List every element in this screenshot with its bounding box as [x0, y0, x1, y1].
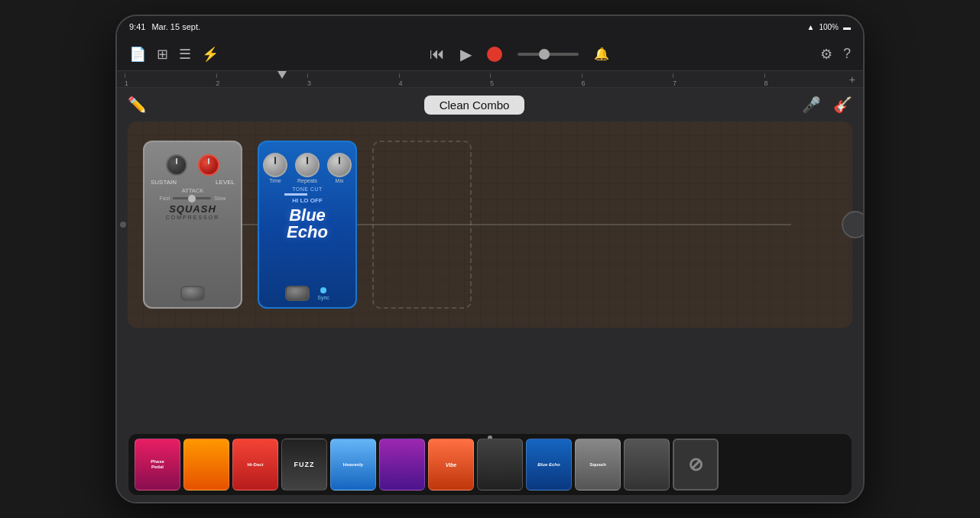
play-button[interactable]: ▶ [460, 45, 472, 63]
slow-label: Slow [214, 196, 226, 201]
amp-icon[interactable]: 🎸 [833, 96, 852, 114]
ruler-mark-3: 3 [307, 73, 399, 87]
ruler-mark-1: 1 [125, 73, 216, 87]
help-icon[interactable]: ? [843, 46, 851, 62]
attack-label: ATTACK [182, 187, 203, 194]
sync-dot [320, 287, 326, 293]
battery-display: 100% [819, 23, 839, 31]
hi-dact-label: Hi-Dact [247, 462, 263, 467]
mix-knob[interactable] [327, 153, 352, 177]
pedal-thumb-phase[interactable]: PhasePedal [135, 439, 180, 490]
pedal-thumb-amp-sm[interactable] [624, 439, 670, 490]
ruler-mark-6: 6 [582, 73, 673, 87]
sustain-label: SUSTAIN [151, 179, 177, 186]
ipad-frame: 9:41 Mar. 15 sept. ▲ 100% ▬ 📄 ⊞ ☰ ⚡ ⏮ ▶ … [115, 15, 865, 503]
rewind-button[interactable]: ⏮ [430, 45, 445, 63]
new-document-icon[interactable]: 📄 [129, 46, 146, 63]
amp-topbar: ✏️ Clean Combo 🎤 🎸 [117, 88, 863, 121]
squash-label-row: SUSTAIN LEVEL [151, 179, 235, 186]
pedal-thumb-blue-echo-sm[interactable]: Blue Echo [526, 439, 572, 490]
empty-slot-1[interactable] [372, 141, 472, 309]
amp-topbar-right: 🎤 🎸 [802, 96, 852, 114]
toolbar: 📄 ⊞ ☰ ⚡ ⏮ ▶ 🔔 ⚙ ? [117, 37, 863, 71]
mix-knob-col: Mix [327, 153, 352, 183]
level-knob-marker [208, 158, 209, 164]
mix-label: Mix [336, 178, 344, 183]
pedal-thumb-heaven[interactable]: Heavenly [330, 439, 376, 490]
pedal-thumb-purple[interactable] [379, 439, 425, 490]
volume-thumb [539, 49, 550, 60]
ruler-mark-5: 5 [490, 73, 582, 87]
phase-label: PhasePedal [151, 459, 164, 470]
main-content: ✏️ Clean Combo 🎤 🎸 [117, 88, 863, 502]
blue-echo-name: BlueEcho [287, 207, 328, 241]
volume-slider[interactable] [518, 53, 579, 56]
record-button[interactable] [487, 47, 502, 62]
tracks-icon[interactable]: ⊞ [157, 46, 168, 63]
ruler-mark-7: 7 [673, 73, 764, 87]
mic-icon[interactable]: 🎤 [802, 96, 821, 114]
eq-icon[interactable]: ⚡ [202, 46, 219, 63]
pedal-thumb-vibe[interactable]: Vibe [428, 439, 474, 490]
level-label: LEVEL [216, 179, 235, 186]
toolbar-center: ⏮ ▶ 🔔 [430, 45, 609, 63]
repeats-knob-marker [307, 157, 308, 164]
toolbar-left: 📄 ⊞ ☰ ⚡ [129, 46, 219, 63]
pedal-browser: PhasePedal Hi-Dact FUZZ Heavenly [128, 433, 852, 496]
blue-echo-pedal[interactable]: Time Repeats Mix [258, 141, 357, 309]
sync-label: Sync [317, 295, 329, 300]
pedal-thumb-hi-dact[interactable]: Hi-Dact [232, 439, 278, 490]
squash-pedal[interactable]: SUSTAIN LEVEL ATTACK Fast Slow SQUASH CO… [143, 141, 242, 309]
date-display: Mar. 15 sept. [151, 22, 200, 31]
pedal-thumb-fuzz[interactable]: FUZZ [281, 439, 327, 490]
side-dot [120, 222, 126, 228]
squash-name: SQUASH [169, 204, 216, 215]
echo-footswitch[interactable] [285, 286, 310, 301]
ruler: 1 2 3 4 5 6 7 8 + [117, 71, 863, 88]
pedalboard: SUSTAIN LEVEL ATTACK Fast Slow SQUASH CO… [128, 121, 852, 328]
attack-thumb [188, 195, 196, 202]
repeats-knob-col: Repeats [295, 153, 320, 183]
toolbar-right: ⚙ ? [820, 46, 851, 63]
ruler-marks: 1 2 3 4 5 6 7 8 [125, 71, 855, 87]
repeats-label: Repeats [297, 178, 317, 183]
battery-icon: ▬ [843, 23, 851, 31]
tone-cut-label: TONE CUT [292, 186, 323, 192]
squash-footswitch[interactable] [180, 286, 205, 301]
level-knob[interactable] [198, 154, 219, 176]
ruler-mark-8: 8 [764, 73, 856, 87]
wifi-icon: ▲ [807, 23, 815, 31]
sustain-knob[interactable] [166, 154, 187, 176]
time-knob-marker [274, 157, 276, 164]
status-right: ▲ 100% ▬ [807, 23, 851, 31]
repeats-knob[interactable] [295, 153, 320, 177]
pedal-thumb-pedalboard2[interactable] [183, 439, 229, 490]
pedal-thumb-squash-sm[interactable]: Squash [575, 439, 621, 490]
fuzz-label: FUZZ [294, 461, 315, 468]
blue-echo-sm-label: Blue Echo [537, 462, 560, 467]
amp-area: ✏️ Clean Combo 🎤 🎸 [117, 88, 863, 502]
squash-knobs [166, 154, 219, 176]
preset-button[interactable]: Clean Combo [424, 96, 525, 115]
mix-knob-marker [339, 157, 340, 164]
pedal-thumb-none[interactable]: ⊘ [673, 439, 719, 490]
attack-slider[interactable]: Fast Slow [160, 196, 226, 201]
attack-track [173, 197, 211, 199]
fast-label: Fast [160, 196, 170, 201]
status-left: 9:41 Mar. 15 sept. [129, 22, 200, 31]
time-knob-col: Time [263, 153, 287, 183]
time-knob[interactable] [263, 153, 287, 177]
pencil-icon[interactable]: ✏️ [128, 96, 147, 114]
add-track-button[interactable]: + [849, 73, 855, 86]
vibe-label: Vibe [446, 462, 457, 468]
status-bar: 9:41 Mar. 15 sept. ▲ 100% ▬ [117, 16, 863, 37]
pedal-thumb-multi[interactable] [477, 439, 523, 490]
sync-indicator: Sync [317, 287, 329, 300]
ruler-mark-4: 4 [399, 73, 491, 87]
mixer-icon[interactable]: ☰ [179, 46, 191, 63]
time-display: 9:41 [129, 22, 145, 31]
settings-icon[interactable]: ⚙ [820, 46, 832, 63]
metronome-icon[interactable]: 🔔 [594, 47, 609, 61]
home-button[interactable] [842, 211, 863, 238]
hi-lo-label: HI LO OFF [292, 197, 323, 204]
